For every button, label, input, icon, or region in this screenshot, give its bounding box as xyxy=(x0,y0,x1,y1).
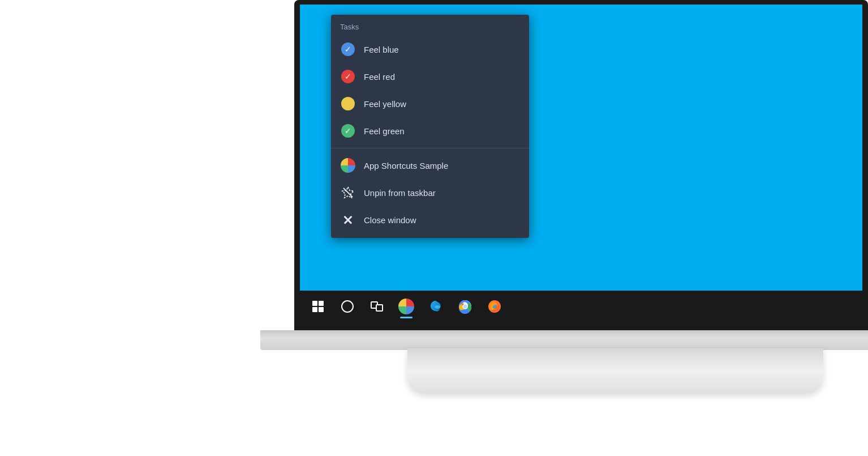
windows-icon xyxy=(312,301,324,312)
taskbar-edge[interactable] xyxy=(422,293,449,320)
app-shortcuts-icon xyxy=(340,157,356,173)
laptop-stand xyxy=(407,348,823,394)
feel-red-icon: ✓ xyxy=(340,69,356,84)
taskbar-chrome[interactable] xyxy=(452,293,479,320)
app-shortcuts-label: App Shortcuts Sample xyxy=(364,161,448,171)
svg-point-14 xyxy=(463,304,467,308)
firefox-icon xyxy=(487,299,502,314)
taskbar-app-shortcuts-pie-icon xyxy=(398,298,415,315)
taskbar-firefox[interactable] xyxy=(481,293,508,320)
context-menu: Tasks ✓ Feel blue xyxy=(331,15,529,238)
taskbar-search[interactable] xyxy=(334,293,361,320)
screen-content: Tasks ✓ Feel blue xyxy=(300,5,862,322)
taskbar-windows-start[interactable] xyxy=(304,293,332,320)
chrome-icon xyxy=(458,299,472,314)
context-menu-item-app-shortcuts[interactable]: App Shortcuts Sample xyxy=(331,152,529,179)
context-menu-item-feel-red[interactable]: ✓ Feel red xyxy=(331,63,529,90)
svg-text:✓: ✓ xyxy=(345,72,351,81)
edge-icon xyxy=(428,299,443,314)
task-view-icon xyxy=(371,301,383,312)
context-menu-item-feel-yellow[interactable]: Feel yellow xyxy=(331,90,529,117)
context-menu-section-label: Tasks xyxy=(331,19,529,36)
taskbar-app-shortcuts[interactable] xyxy=(393,293,420,320)
unpin-label: Unpin from taskbar xyxy=(364,188,436,198)
feel-yellow-icon xyxy=(340,96,356,112)
feel-green-label: Feel green xyxy=(364,126,405,136)
svg-text:✓: ✓ xyxy=(345,45,351,54)
feel-blue-icon: ✓ xyxy=(340,41,356,57)
context-menu-item-unpin[interactable]: Unpin from taskbar xyxy=(331,179,529,206)
context-menu-item-feel-green[interactable]: ✓ Feel green xyxy=(331,117,529,144)
close-window-label: Close window xyxy=(364,215,416,225)
context-menu-item-feel-blue[interactable]: ✓ Feel blue xyxy=(331,36,529,63)
search-icon xyxy=(341,300,354,313)
feel-blue-label: Feel blue xyxy=(364,45,399,54)
screen-bezel: Tasks ✓ Feel blue xyxy=(294,0,868,334)
taskbar-task-view[interactable] xyxy=(363,293,390,320)
feel-yellow-label: Feel yellow xyxy=(364,99,406,109)
taskbar xyxy=(300,291,862,322)
svg-point-11 xyxy=(435,305,440,309)
laptop-base xyxy=(260,330,868,350)
context-menu-item-close[interactable]: Close window xyxy=(331,206,529,233)
close-window-icon xyxy=(340,212,356,228)
context-menu-divider xyxy=(331,148,529,148)
unpin-icon xyxy=(340,185,356,201)
laptop: Tasks ✓ Feel blue xyxy=(294,0,868,456)
feel-green-icon: ✓ xyxy=(340,123,356,139)
svg-text:✓: ✓ xyxy=(345,126,351,135)
feel-red-label: Feel red xyxy=(364,72,395,82)
active-indicator xyxy=(400,317,412,318)
svg-point-4 xyxy=(341,97,355,110)
